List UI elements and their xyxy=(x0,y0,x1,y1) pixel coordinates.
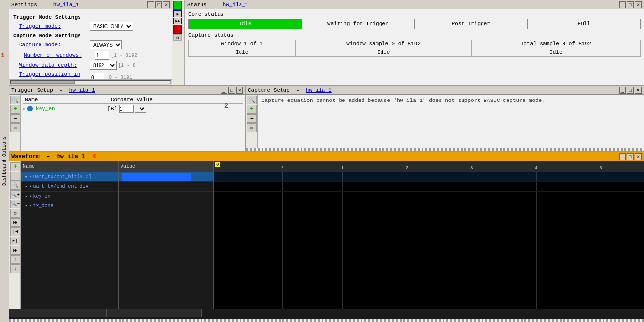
capture-setup-maximize-button[interactable]: □ xyxy=(627,87,634,94)
window-cell: Window 1 of 1 xyxy=(189,40,296,48)
capture-minus-btn[interactable]: − xyxy=(247,114,257,123)
trigger-hw-link[interactable]: hw_ila_1 xyxy=(69,87,95,93)
signal-2-name: key_en xyxy=(33,194,50,199)
waveform-hw-link[interactable]: hw_ila_1 xyxy=(57,153,85,160)
settings-window-container: Settings – hw_ila_1 _ □ ✕ Trigger Mode S… xyxy=(9,0,172,85)
waveform-values-panel: Value xyxy=(119,161,214,309)
status-maximize-button[interactable]: □ xyxy=(627,1,634,8)
waveform-add-btn[interactable]: + xyxy=(10,162,20,171)
step-button[interactable]: ▶ xyxy=(173,10,182,17)
settings-maximize-button[interactable]: □ xyxy=(155,1,162,8)
step2-button[interactable]: ▶▶ xyxy=(173,18,182,24)
waveform-next-edge-btn[interactable]: ⏭ xyxy=(10,246,20,255)
num-windows-label[interactable]: Number of windows: xyxy=(24,52,95,58)
waveform-names-panel: Name ▼ ▪ uart_tx/cnt_bit[3:0] ▪ ▪ uart_t… xyxy=(21,161,119,309)
trigger-maximize-button[interactable]: □ xyxy=(228,87,235,94)
signal-1-expand: ▪ xyxy=(25,184,27,189)
trigger-minus-btn[interactable]: − xyxy=(10,114,20,123)
settings-minimize-button[interactable]: _ xyxy=(147,1,154,8)
waveform-signal-row-0[interactable]: ▼ ▪ uart_tx/cnt_bit[3:0] xyxy=(21,172,118,182)
waveform-signal-row-3[interactable]: ▪ ▪ tx_done xyxy=(21,201,118,211)
waveform-bottom-values-scroll[interactable] xyxy=(107,309,202,317)
capture-setup-hw-link[interactable]: hw_ila_1 xyxy=(306,87,332,93)
main-area: Settings – hw_ila_1 _ □ ✕ Trigger Mode S… xyxy=(9,0,644,322)
settings-hw-link[interactable]: hw_ila_1 xyxy=(53,2,79,8)
capture-setup-minimize-button[interactable]: _ xyxy=(619,87,626,94)
waveform-settings-btn[interactable]: ⚙ xyxy=(10,209,20,218)
trigger-position-row: Trigger position in window: [0 - 8191] xyxy=(13,71,168,79)
settings-scroll-thumb[interactable] xyxy=(11,81,75,84)
status-hw-link[interactable]: hw_ila_1 xyxy=(223,2,249,8)
capture-setup-content: Capture equation cannot be added because… xyxy=(258,95,644,148)
waveform-minimize-button[interactable]: _ xyxy=(619,153,626,160)
capture-search-btn[interactable]: 🔍 xyxy=(247,96,257,104)
capture-mode-label[interactable]: Capture mode: xyxy=(19,42,90,48)
window-sample-status-cell: Idle xyxy=(296,48,471,57)
trigger-mode-label[interactable]: Trigger mode: xyxy=(19,23,90,29)
waveform-left-toolbar: + — 🔍 🔍+ 🔍− ⚙ ⏮ |◄ ►| ⏭ ↑ ↓ xyxy=(9,161,21,309)
num-windows-row: 1 Number of windows: [1 - 8192 xyxy=(13,51,168,60)
window-status-cell: Idle xyxy=(189,48,296,57)
waveform-bottom-names-scroll[interactable] xyxy=(9,309,107,317)
capture-setup-close-button[interactable]: ✕ xyxy=(635,87,642,94)
trigger-search-btn[interactable]: 🔍 xyxy=(10,96,20,104)
run-button[interactable] xyxy=(173,1,182,10)
waveform-zoom-out-btn[interactable]: 🔍− xyxy=(10,200,20,208)
capture-mode-value: ALWAYS xyxy=(90,40,122,49)
signal-expand-icon: ▶ xyxy=(23,106,26,112)
settings-close-button[interactable]: ✕ xyxy=(163,1,170,8)
capture-table-header-row: Window 1 of 1 Window sample 0 of 8192 To… xyxy=(189,40,641,48)
trigger-position-input[interactable] xyxy=(90,73,104,79)
capture-mode-select[interactable]: ALWAYS xyxy=(90,40,122,49)
waveform-search-btn[interactable]: 🔍 xyxy=(10,181,20,190)
signal-3-name: tx_done xyxy=(33,203,53,209)
trigger-config-btn[interactable]: ⊞ xyxy=(10,123,20,132)
window-data-depth-label[interactable]: Window data depth: xyxy=(19,62,90,68)
settings-content: Trigger Mode Settings Trigger mode: BASI… xyxy=(9,9,172,79)
waveform-import-btn[interactable]: ↓ xyxy=(10,264,20,273)
core-status-section: Core status Idle Waiting for Trigger Pos… xyxy=(188,11,641,29)
waveform-spacer-btn[interactable]: — xyxy=(10,172,20,181)
signal-1-icon: ▪ xyxy=(29,184,32,189)
waveform-value-col-label: Value xyxy=(121,164,135,169)
capture-config-btn[interactable]: ⊞ xyxy=(247,123,257,132)
num-windows-input[interactable] xyxy=(95,51,109,60)
waveform-close-button[interactable]: ✕ xyxy=(635,153,642,160)
waveform-signal-row-2[interactable]: ▪ ▪ key_en xyxy=(21,192,118,201)
trigger-mode-row: Trigger mode: BASIC_ONLY xyxy=(13,22,168,31)
status-close-button[interactable]: ✕ xyxy=(635,1,642,8)
waveform-goto-start-btn[interactable]: |◄ xyxy=(10,227,20,236)
top-row: Settings – hw_ila_1 _ □ ✕ Trigger Mode S… xyxy=(9,0,644,85)
trigger-signal-value-input[interactable] xyxy=(119,105,134,113)
trigger-mode-select[interactable]: BASIC_ONLY xyxy=(90,22,133,31)
core-status-full: Full xyxy=(528,19,641,29)
window-data-depth-select[interactable]: 8192 xyxy=(90,61,117,70)
trigger-signal-type-select[interactable] xyxy=(135,105,146,113)
trigger-body: 🔍 + − ⊞ Name Compare Value 2 xyxy=(9,95,245,151)
waveform-maximize-button[interactable]: □ xyxy=(627,153,634,160)
capture-add-btn[interactable]: + xyxy=(247,105,257,114)
waveform-zoom-in-btn[interactable]: 🔍+ xyxy=(10,190,20,199)
waveform-prev-edge-btn[interactable]: ⏮ xyxy=(10,218,20,227)
trigger-mode-value: BASIC_ONLY xyxy=(90,22,133,31)
status-minimize-button[interactable]: _ xyxy=(619,1,626,8)
settings-scroll-track[interactable] xyxy=(10,80,171,84)
capture-setup-message: Capture equation cannot be added because… xyxy=(262,98,545,103)
signal-2-icon: ▪ xyxy=(29,194,32,199)
waveform-bottom-signal-scroll[interactable] xyxy=(202,309,644,317)
window-data-depth-range: [1 - 8 xyxy=(118,63,136,68)
trigger-position-label[interactable]: Trigger position in window: xyxy=(19,71,90,79)
settings-btn[interactable]: ⚙ xyxy=(173,34,182,41)
trigger-title: Trigger Setup – hw_ila_1 xyxy=(11,87,95,93)
trigger-minimize-button[interactable]: _ xyxy=(221,87,227,94)
trigger-signal-bus: [B] xyxy=(107,106,117,112)
trigger-close-button[interactable]: ✕ xyxy=(236,87,243,94)
core-status-idle: Idle xyxy=(189,19,302,29)
trigger-add-btn[interactable]: + xyxy=(10,105,20,114)
status-window-container: ▶ ▶▶ ⚙ Status – hw_ila_1 _ □ ✕ xyxy=(172,0,644,85)
waveform-goto-end-btn[interactable]: ►| xyxy=(10,237,20,245)
waveform-titlebar: Waveform – hw_ila_1 4 _ □ ✕ xyxy=(9,152,644,161)
waveform-export-btn[interactable]: ↑ xyxy=(10,255,20,264)
waveform-signal-row-1[interactable]: ▪ ▪ uart_tx/end_cnt_div xyxy=(21,182,118,192)
settings-scrollbar[interactable] xyxy=(9,79,172,85)
